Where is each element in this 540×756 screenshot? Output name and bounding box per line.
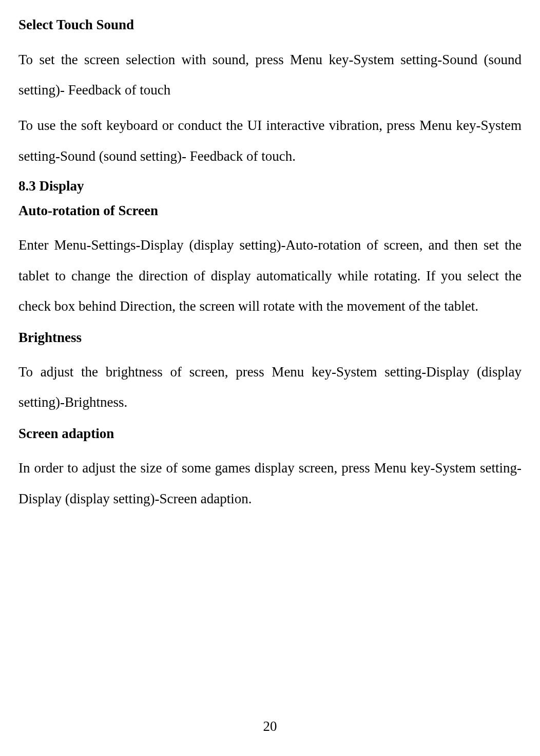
heading-screen-adaption: Screen adaption	[18, 423, 522, 444]
heading-auto-rotation: Auto-rotation of Screen	[18, 200, 522, 221]
paragraph-auto-rotation: Enter Menu-Settings-Display (display set…	[18, 230, 522, 322]
heading-select-touch-sound: Select Touch Sound	[18, 14, 522, 35]
paragraph-brightness: To adjust the brightness of screen, pres…	[18, 357, 522, 418]
section-8-3-display: 8.3 Display	[18, 177, 522, 196]
paragraph-touch-sound-1: To set the screen selection with sound, …	[18, 45, 522, 106]
paragraph-touch-sound-2: To use the soft keyboard or conduct the …	[18, 110, 522, 172]
paragraph-screen-adaption: In order to adjust the size of some game…	[18, 453, 522, 514]
heading-brightness: Brightness	[18, 327, 522, 348]
page-number: 20	[0, 719, 540, 734]
